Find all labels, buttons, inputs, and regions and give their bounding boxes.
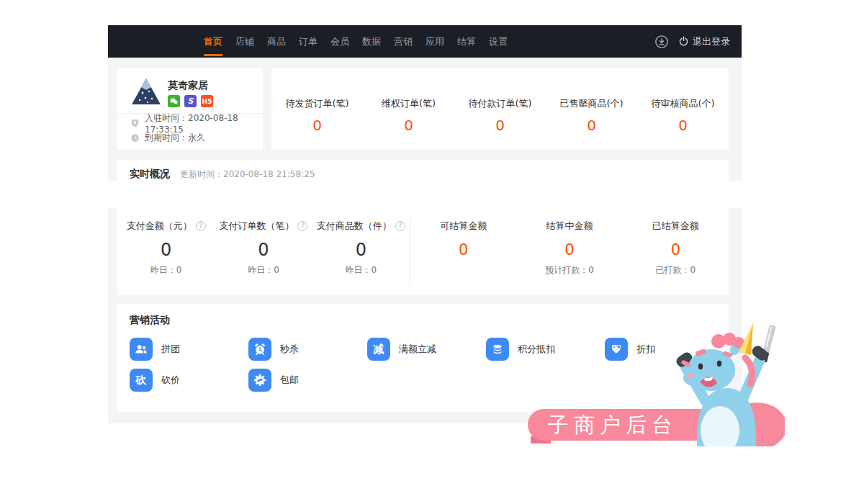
marketing-item-label: 包邮 xyxy=(280,374,299,387)
stat-label: 可结算金额 xyxy=(440,220,487,233)
marketing-item-points-deduction[interactable]: 积分抵扣 xyxy=(486,338,605,361)
nav-tab-home[interactable]: 首页 xyxy=(204,25,222,58)
order-stats-card: 待发货订单(笔) 0 维权订单(笔) 0 待付款订单(笔) 0 已售罄商品(个)… xyxy=(271,68,729,150)
h5-badge: H5 xyxy=(201,95,213,107)
store-expire-time-row: 到期时间：永久 xyxy=(130,132,205,143)
stat-pending-pay-orders[interactable]: 待付款订单(笔) 0 xyxy=(454,68,546,150)
stat-label: 支付商品数（件） xyxy=(317,220,392,233)
store-name: 莫奇家居 xyxy=(168,79,208,92)
merchant-dashboard-page: 首页 店铺 商品 订单 会员 数据 营销 应用 结算 设置 退出登录 xyxy=(0,0,864,504)
stat-label: 待发货订单(笔) xyxy=(271,97,363,110)
marketing-item-free-shipping[interactable]: 包邮 xyxy=(248,369,367,392)
groupon-icon xyxy=(130,338,153,361)
stat-settleable-amount: 可结算金额 0 xyxy=(410,207,516,295)
stat-label: 维权订单(笔) xyxy=(363,97,454,110)
marketing-item-flash-sale[interactable]: 秒杀 xyxy=(248,338,367,361)
clock-icon xyxy=(130,133,140,143)
stat-pay-order-count: 支付订单数（笔） ? 0 昨日：0 xyxy=(215,207,312,295)
certificate-icon xyxy=(130,119,140,128)
stat-label: 结算中金额 xyxy=(546,220,593,233)
pay-stats-group: 支付金额（元） ? 0 昨日：0 支付订单数（笔） ? 0 昨日：0 支付商品数… xyxy=(117,207,410,295)
stat-sub: 预计打款：0 xyxy=(516,264,622,276)
stat-yesterday: 昨日：0 xyxy=(117,264,215,276)
stat-value: 0 xyxy=(516,239,622,261)
store-logo xyxy=(130,76,162,107)
nav-tab-data[interactable]: 数据 xyxy=(362,25,381,58)
nav-tab-members[interactable]: 会员 xyxy=(330,25,349,58)
nav-right-actions: 退出登录 xyxy=(654,25,742,58)
stat-value: 0 xyxy=(637,117,729,134)
store-expire-time: 到期时间：永久 xyxy=(145,132,205,144)
realtime-update-time: 更新时间：2020-08-18 21:58:25 xyxy=(180,168,315,181)
stat-value: 0 xyxy=(215,239,312,261)
nav-tab-marketing[interactable]: 营销 xyxy=(394,25,413,58)
marketing-item-full-reduction[interactable]: 减 满额立减 xyxy=(367,338,486,361)
stat-sub: 已打款：0 xyxy=(623,264,729,276)
stat-value: 0 xyxy=(546,117,637,134)
settlement-stats-group: 可结算金额 0 结算中金额 0 预计打款：0 已结算金额 0 已打款：0 xyxy=(410,207,729,295)
nav-tab-settings[interactable]: 设置 xyxy=(489,25,508,58)
nav-tab-goods[interactable]: 商品 xyxy=(267,25,286,58)
marketing-item-label: 积分抵扣 xyxy=(518,343,555,356)
stat-rights-orders[interactable]: 维权订单(笔) 0 xyxy=(363,68,454,150)
stat-pay-goods-count: 支付商品数（件） ? 0 昨日：0 xyxy=(312,207,410,295)
nav-tab-shop[interactable]: 店铺 xyxy=(235,25,254,58)
stat-value: 0 xyxy=(410,239,516,261)
marketing-item-groupon[interactable]: 拼团 xyxy=(130,338,248,361)
store-info-card: 莫奇家居 S H5 入驻时间：2020-08-18 17:33:15 到期时间：… xyxy=(117,68,263,150)
stat-label: 待审核商品(个) xyxy=(637,97,729,110)
stat-settled-amount: 已结算金额 0 已打款：0 xyxy=(623,207,729,295)
help-icon[interactable]: ? xyxy=(395,221,405,231)
discount-icon xyxy=(605,338,628,361)
stat-pending-ship-orders[interactable]: 待发货订单(笔) 0 xyxy=(271,68,363,150)
marketing-item-label: 拼团 xyxy=(161,343,180,356)
marketing-item-label: 秒杀 xyxy=(280,343,299,356)
realtime-stats-card: 支付金额（元） ? 0 昨日：0 支付订单数（笔） ? 0 昨日：0 支付商品数… xyxy=(117,207,729,295)
stat-value: 0 xyxy=(271,117,363,134)
stat-settling-amount: 结算中金额 0 预计打款：0 xyxy=(516,207,622,295)
nav-tab-apps[interactable]: 应用 xyxy=(426,25,444,58)
store-channel-badges: S H5 xyxy=(168,95,213,107)
help-icon[interactable]: ? xyxy=(297,221,307,231)
stat-yesterday: 昨日：0 xyxy=(215,264,312,276)
wechat-badge-icon xyxy=(168,95,180,107)
stat-value: 0 xyxy=(117,239,215,261)
marketing-grid: 拼团 秒杀 减 满额立减 积分抵扣 xyxy=(130,338,724,392)
store-join-time-row: 入驻时间：2020-08-18 17:33:15 xyxy=(130,117,263,129)
stat-value: 0 xyxy=(363,117,454,134)
stat-pay-amount: 支付金额（元） ? 0 昨日：0 xyxy=(117,207,215,295)
stat-value: 0 xyxy=(312,239,410,261)
nav-tab-orders[interactable]: 订单 xyxy=(299,25,318,58)
marketing-item-label: 砍价 xyxy=(161,374,180,387)
realtime-overview-title: 实时概况 xyxy=(130,168,170,181)
points-deduction-icon xyxy=(486,338,509,361)
top-navbar: 首页 店铺 商品 订单 会员 数据 营销 应用 结算 设置 退出登录 xyxy=(108,25,742,58)
marketing-item-label: 折扣 xyxy=(636,343,655,356)
miniprogram-badge-icon: S xyxy=(184,95,197,107)
marketing-item-bargain[interactable]: 砍 砍价 xyxy=(130,369,248,392)
full-reduction-icon: 减 xyxy=(367,338,390,361)
stat-value: 0 xyxy=(623,239,729,261)
stat-yesterday: 昨日：0 xyxy=(312,264,410,276)
stat-sold-out-goods[interactable]: 已售罄商品(个) 0 xyxy=(546,68,637,150)
nav-tab-settlement[interactable]: 结算 xyxy=(457,25,476,58)
logout-label: 退出登录 xyxy=(693,35,730,48)
logout-button[interactable]: 退出登录 xyxy=(678,35,730,48)
white-overlay-band xyxy=(0,181,864,208)
marketing-title: 营销活动 xyxy=(130,314,170,327)
stat-label: 已售罄商品(个) xyxy=(546,97,637,110)
marketing-activities-card: 营销活动 拼团 秒杀 减 满额立减 xyxy=(117,304,729,412)
stat-label: 支付金额（元） xyxy=(127,220,192,233)
stat-label: 已结算金额 xyxy=(652,220,699,233)
stat-pending-review-goods[interactable]: 待审核商品(个) 0 xyxy=(637,68,729,150)
free-shipping-icon xyxy=(248,369,271,392)
unicorn-mascot xyxy=(675,320,785,446)
stat-label: 支付订单数（笔） xyxy=(219,220,294,233)
power-icon xyxy=(678,36,689,47)
bargain-icon: 砍 xyxy=(130,369,153,392)
help-icon[interactable]: ? xyxy=(196,221,206,231)
stat-value: 0 xyxy=(454,117,546,134)
nav-tabs: 首页 店铺 商品 订单 会员 数据 营销 应用 结算 设置 xyxy=(204,25,508,58)
download-icon[interactable] xyxy=(654,35,669,49)
marketing-item-label: 满额立减 xyxy=(399,343,436,356)
